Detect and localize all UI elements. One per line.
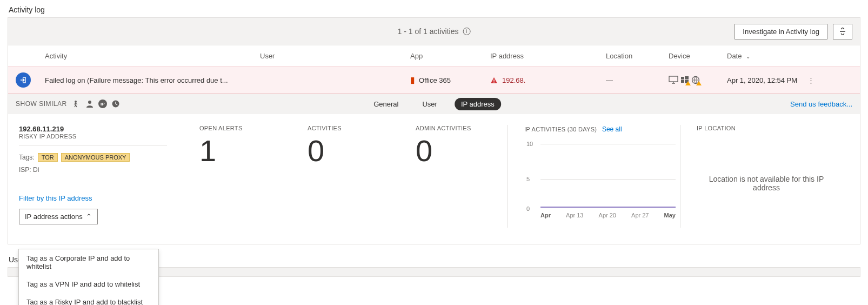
tab-general[interactable]: General bbox=[367, 98, 405, 110]
admin-activities-stat: ADMIN ACTIVITIES 0 bbox=[399, 125, 508, 228]
activities-stat: ACTIVITIES 0 bbox=[291, 125, 399, 228]
col-user[interactable]: User bbox=[260, 52, 410, 60]
ip-detail-row: 192.68.11.219 RISKY IP ADDRESS Tags: TOR… bbox=[8, 114, 860, 244]
clock-icon[interactable] bbox=[111, 100, 120, 109]
expand-icon bbox=[839, 28, 846, 35]
xtick-apr27: Apr 27 bbox=[631, 212, 649, 218]
chevron-up-icon: ⌃ bbox=[86, 213, 92, 221]
ip-info-address: 192.68.11.219 bbox=[19, 125, 167, 133]
tag-tor: TOR bbox=[38, 153, 58, 162]
admin-activities-title: ADMIN ACTIVITIES bbox=[416, 125, 491, 131]
office365-icon: ▮ bbox=[410, 75, 415, 85]
col-activity[interactable]: Activity bbox=[45, 52, 260, 60]
xtick-apr20: Apr 20 bbox=[599, 212, 616, 218]
chart-area: 10 5 0 Apr Apr 13 Apr 20 Apr 27 May bbox=[524, 144, 676, 214]
ip-actions-label: IP address actions bbox=[25, 213, 83, 221]
ip-activities-chart-panel: IP ACTIVITIES (30 DAYS) See all 10 5 0 A… bbox=[508, 125, 680, 228]
svg-point-8 bbox=[75, 101, 77, 103]
user-icon[interactable] bbox=[85, 100, 94, 109]
table-header-row: Activity User App IP address Location De… bbox=[8, 45, 860, 67]
col-device[interactable]: Device bbox=[669, 52, 727, 60]
desktop-icon bbox=[669, 76, 678, 85]
col-date[interactable]: Date ⌄ bbox=[727, 52, 803, 60]
table-row[interactable]: Failed log on (Failure message: This err… bbox=[8, 67, 860, 94]
x-axis-ticks: Apr Apr 13 Apr 20 Apr 27 May bbox=[540, 212, 676, 218]
cell-device bbox=[669, 76, 727, 85]
svg-rect-2 bbox=[669, 76, 678, 82]
col-app[interactable]: App bbox=[410, 52, 490, 60]
show-similar-label: SHOW SIMILAR bbox=[16, 100, 67, 108]
chart-title: IP ACTIVITIES (30 DAYS) bbox=[524, 126, 597, 132]
ip-location-panel: IP LOCATION Location is not available fo… bbox=[680, 125, 852, 228]
show-similar-icons: IP bbox=[72, 100, 120, 109]
filter-by-ip-link[interactable]: Filter by this IP address bbox=[19, 194, 92, 202]
cell-app: ▮ Office 365 bbox=[410, 75, 490, 85]
pagination-text: 1 - 1 of 1 activities i bbox=[398, 27, 471, 36]
ip-actions-dropdown[interactable]: IP address actions ⌃ bbox=[19, 209, 98, 224]
cell-activity: Failed log on (Failure message: This err… bbox=[45, 76, 260, 84]
ip-location-message: Location is not available for this IP ad… bbox=[697, 175, 836, 192]
col-ip[interactable]: IP address bbox=[490, 52, 606, 60]
cell-ip: 192.68. bbox=[490, 76, 606, 84]
ytick-5: 5 bbox=[526, 176, 530, 182]
tab-user[interactable]: User bbox=[416, 98, 443, 110]
section-title: Activity log bbox=[0, 0, 868, 17]
row-menu-button[interactable]: ⋮ bbox=[803, 76, 819, 84]
browser-icon bbox=[691, 76, 700, 85]
feedback-link[interactable]: Send us feedback... bbox=[790, 100, 852, 108]
warning-icon bbox=[490, 76, 498, 84]
ip-info-panel: 192.68.11.219 RISKY IP ADDRESS Tags: TOR… bbox=[16, 125, 183, 228]
open-alerts-title: OPEN ALERTS bbox=[199, 125, 275, 131]
chevron-down-icon: ⌄ bbox=[746, 54, 750, 59]
chart-series-line bbox=[540, 207, 676, 208]
xtick-apr13: Apr 13 bbox=[566, 212, 583, 218]
ip-actions-menu: Tag as a Corporate IP and add to whiteli… bbox=[18, 249, 159, 277]
expand-collapse-button[interactable] bbox=[833, 24, 852, 39]
svg-rect-1 bbox=[493, 82, 494, 82]
tabs: General User IP address bbox=[367, 98, 501, 110]
tab-ip-address[interactable]: IP address bbox=[455, 98, 501, 110]
open-alerts-value: 1 bbox=[199, 136, 275, 166]
svg-rect-6 bbox=[685, 80, 689, 83]
admin-activities-value: 0 bbox=[416, 136, 491, 166]
investigate-button[interactable]: Investigate in Activity log bbox=[735, 24, 827, 39]
ip-icon[interactable]: IP bbox=[98, 100, 107, 108]
col-location[interactable]: Location bbox=[606, 52, 669, 60]
tag-anon-proxy: ANONYMOUS PROXY bbox=[61, 153, 130, 162]
panel-header: 1 - 1 of 1 activities i Investigate in A… bbox=[8, 18, 860, 45]
isp-line: ISP: Di bbox=[19, 166, 167, 174]
ip-location-title: IP LOCATION bbox=[697, 125, 836, 131]
activities-value: 0 bbox=[308, 136, 383, 166]
activities-title: ACTIVITIES bbox=[308, 125, 383, 131]
cell-location: — bbox=[606, 76, 669, 84]
menu-item-vpn-whitelist[interactable]: Tag as a VPN IP and add to whitelist bbox=[19, 275, 158, 277]
ip-value: 192.68. bbox=[502, 76, 525, 84]
app-name: Office 365 bbox=[419, 76, 451, 84]
svg-point-9 bbox=[88, 101, 91, 104]
cell-date: Apr 1, 2020, 12:54 PM bbox=[727, 76, 803, 84]
login-icon bbox=[16, 72, 31, 88]
subbar: SHOW SIMILAR IP General User IP address … bbox=[8, 94, 860, 114]
windows-icon bbox=[680, 76, 689, 85]
ip-info-label: RISKY IP ADDRESS bbox=[19, 133, 167, 145]
col-date-label: Date bbox=[727, 52, 742, 60]
tags-label: Tags: bbox=[19, 154, 35, 161]
svg-rect-4 bbox=[685, 76, 689, 79]
ytick-0: 0 bbox=[526, 205, 530, 212]
xtick-apr: Apr bbox=[540, 212, 551, 218]
svg-rect-3 bbox=[681, 77, 684, 79]
menu-item-corporate-whitelist[interactable]: Tag as a Corporate IP and add to whiteli… bbox=[19, 249, 158, 275]
activity-panel: 1 - 1 of 1 activities i Investigate in A… bbox=[8, 17, 860, 244]
ytick-10: 10 bbox=[526, 141, 533, 147]
pagination-count: 1 - 1 of 1 activities bbox=[398, 27, 459, 36]
svg-rect-0 bbox=[493, 79, 494, 82]
see-all-link[interactable]: See all bbox=[602, 125, 622, 133]
info-icon[interactable]: i bbox=[463, 28, 470, 35]
open-alerts-stat: OPEN ALERTS 1 bbox=[183, 125, 291, 228]
activity-icon[interactable] bbox=[72, 100, 81, 109]
svg-rect-5 bbox=[681, 80, 684, 83]
xtick-may: May bbox=[664, 212, 676, 218]
ip-tags: Tags: TOR ANONYMOUS PROXY bbox=[19, 153, 167, 162]
